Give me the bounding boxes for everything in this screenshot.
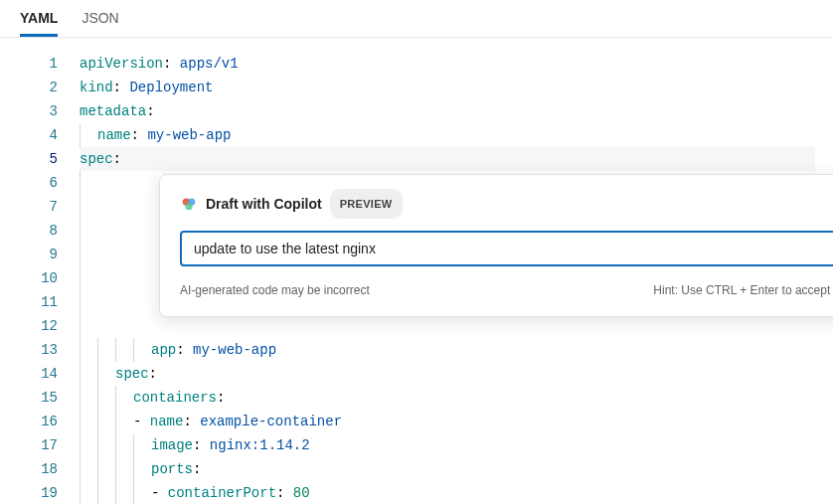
line-number: 18 [0,457,58,481]
line-number: 3 [0,99,58,123]
line-number: 4 [0,123,58,147]
code-line[interactable]: kind: Deployment [80,76,823,99]
line-number: 10 [0,266,58,290]
line-number: 5 [0,147,58,171]
line-number: 15 [0,386,58,410]
code-line[interactable]: ports: [80,457,823,481]
line-number: 2 [0,76,58,99]
copilot-popup-title: Draft with Copilot [206,192,322,216]
line-number: 6 [0,171,58,195]
line-number: 7 [0,195,58,219]
copilot-prompt-input[interactable] [194,241,833,256]
code-line[interactable]: - name: example-container [80,410,823,433]
line-gutter: 12345678910111213141516171819 [0,52,80,504]
ai-disclaimer: AI-generated code may be incorrect [180,278,370,302]
code-line[interactable] [80,314,823,338]
line-number: 19 [0,481,58,504]
accept-hint: Hint: Use CTRL + Enter to accept changes [653,278,833,302]
code-line[interactable]: metadata: [80,99,823,123]
code-editor[interactable]: 12345678910111213141516171819 apiVersion… [0,38,833,504]
preview-badge: PREVIEW [330,189,403,219]
code-area[interactable]: apiVersion: apps/v1kind: Deploymentmetad… [80,52,833,504]
line-number: 17 [0,433,58,457]
code-line[interactable]: spec: [80,362,823,386]
copilot-popup-header: Draft with Copilot PREVIEW [180,189,833,219]
copilot-input-row [180,231,833,266]
copilot-icon [180,195,198,213]
line-number: 16 [0,410,58,433]
line-number: 8 [0,219,58,243]
line-number: 11 [0,290,58,314]
tab-bar: YAML JSON [0,0,833,38]
svg-point-2 [185,203,192,210]
code-line[interactable]: - containerPort: 80 [80,481,823,504]
copilot-popup-footer: AI-generated code may be incorrect Hint:… [180,278,833,302]
code-line[interactable]: app: my-web-app [80,338,823,362]
line-number: 14 [0,362,58,386]
code-line[interactable]: image: nginx:1.14.2 [80,433,823,457]
code-line[interactable]: spec: [80,147,815,171]
code-line[interactable]: apiVersion: apps/v1 [80,52,823,76]
line-number: 13 [0,338,58,362]
line-number: 9 [0,243,58,266]
code-line[interactable]: name: my-web-app [80,123,823,147]
line-number: 1 [0,52,58,76]
code-line[interactable]: containers: [80,386,823,410]
tab-json[interactable]: JSON [82,0,118,37]
line-number: 12 [0,314,58,338]
tab-yaml[interactable]: YAML [20,0,58,37]
copilot-popup: Draft with Copilot PREVIEW A [159,174,833,317]
